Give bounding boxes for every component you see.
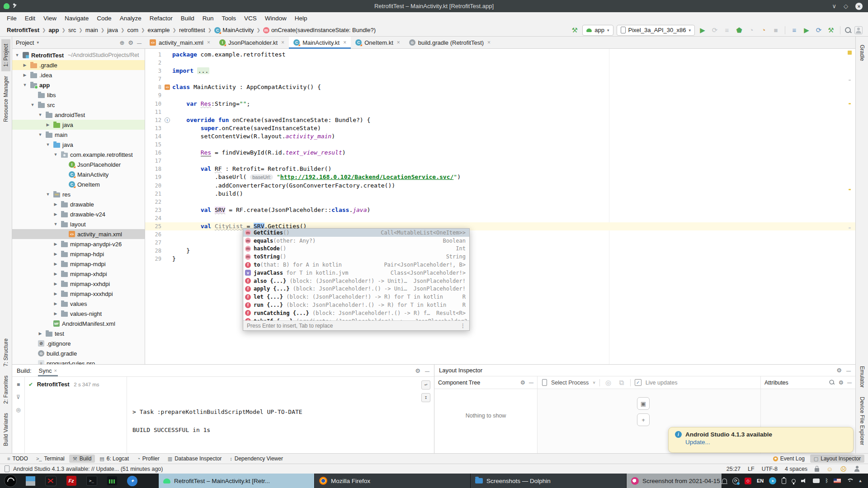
breadcrumb-item-com[interactable]: com: [126, 27, 140, 33]
breadcrumb-item-oncreate[interactable]: monCreate(savedInstanceState: Bundle?): [262, 27, 377, 33]
breadcrumb-item-retrofittest[interactable]: retrofittest: [178, 27, 207, 33]
stripe-button-2-favorites[interactable]: 2: Favorites: [1, 371, 10, 408]
error-stripe-mark[interactable]: [849, 227, 851, 229]
stripe-button-emulator[interactable]: Emulator: [858, 361, 867, 392]
tree-collapsed-arrow-icon[interactable]: ▶: [52, 202, 59, 206]
menu-item-view[interactable]: View: [39, 15, 61, 22]
code-line-3[interactable]: 3import ...: [145, 67, 855, 75]
code-line-9[interactable]: 9: [145, 91, 855, 99]
caret-position[interactable]: 25:27: [726, 466, 741, 472]
completion-item-let[interactable]: flet {...} (block: (JsonPlaceholder!) ->…: [243, 293, 469, 301]
wifi-icon[interactable]: [846, 479, 853, 483]
toolwindow-terminal[interactable]: >_Terminal: [33, 455, 68, 463]
avd-manager-icon[interactable]: [802, 26, 811, 35]
pin-icon[interactable]: ⊽: [16, 394, 20, 400]
hide-panel-icon[interactable]: [137, 39, 142, 46]
close-button[interactable]: ×: [855, 3, 863, 10]
completion-item-also[interactable]: falso {...} (block: (JsonPlaceholder!) -…: [243, 277, 469, 285]
update-link[interactable]: Update...: [685, 439, 847, 446]
tree-item-main[interactable]: ▼main: [12, 130, 145, 140]
tree-expanded-arrow-icon[interactable]: ▼: [52, 152, 59, 157]
menu-item-analyze[interactable]: Analyze: [116, 15, 146, 22]
tree-item-res[interactable]: ▼res: [12, 189, 145, 199]
update-notification[interactable]: i Android Studio 4.1.3 available Update.…: [668, 427, 854, 453]
tree-collapsed-arrow-icon[interactable]: ▶: [52, 212, 59, 216]
launcher-system-monitor-icon[interactable]: [102, 474, 122, 488]
select-process-dropdown[interactable]: Select Process: [551, 380, 589, 386]
override-gutter-icon[interactable]: [165, 117, 170, 123]
build-console[interactable]: ↩ ↧ > Task :prepareKotlinBuildScriptMode…: [127, 377, 434, 454]
stripe-button-1-project[interactable]: 1: Project: [1, 39, 10, 71]
hide-panel-icon[interactable]: [846, 367, 851, 374]
toolwindow-build[interactable]: ⚒Build: [69, 455, 95, 463]
gear-icon[interactable]: [839, 379, 844, 386]
telegram-icon[interactable]: ➤: [769, 477, 776, 484]
snapshot-icon[interactable]: ◎: [604, 378, 613, 387]
code-line-2[interactable]: 2: [145, 59, 855, 67]
toolwindow-todo[interactable]: ≡TODO: [4, 455, 32, 463]
stripe-button-build-variants[interactable]: Build Variants: [1, 408, 10, 450]
search-everywhere-icon[interactable]: [845, 27, 851, 33]
toolwindow-profiler[interactable]: ◔Profiler: [133, 455, 163, 463]
tree-item-mipmap-hdpi[interactable]: ▶mipmap-hdpi: [12, 249, 145, 259]
close-icon[interactable]: ×: [54, 368, 57, 373]
launcher-terminal-icon[interactable]: >_: [81, 474, 102, 488]
keyboard-layout-icon[interactable]: EN: [757, 478, 764, 483]
completion-item-getcities[interactable]: mGetCities()Call<MutableList<OneItem>>: [243, 229, 469, 237]
menu-item-refactor[interactable]: Refactor: [146, 15, 177, 22]
code-line-20[interactable]: 20 .addConverterFactory(GsonConverterFac…: [145, 182, 855, 190]
updates-icon[interactable]: ⟳: [732, 478, 739, 484]
tree-item-values[interactable]: ▶values: [12, 299, 145, 309]
tree-item-gradle[interactable]: ▶.gradle: [12, 60, 145, 70]
code-line-16[interactable]: 16 Res = findViewById(R.id.text_view_res…: [145, 149, 855, 157]
completion-item-apply[interactable]: fapply {...} (block: JsonPlaceholder!.()…: [243, 285, 469, 293]
minimize-button[interactable]: ∨: [832, 3, 836, 9]
tree-item-mipmap-xxxhdpi[interactable]: ▶mipmap-xxxhdpi: [12, 289, 145, 299]
task-button-mozilla-firefox[interactable]: Mozilla Firefox: [314, 474, 470, 488]
tree-collapsed-arrow-icon[interactable]: ▶: [52, 252, 59, 256]
profiler-disabled-icon[interactable]: [747, 26, 756, 35]
tree-item-layout[interactable]: ▼layout: [12, 219, 145, 229]
make-project-icon[interactable]: [570, 26, 579, 35]
task-button-screenshots-dolphi[interactable]: Screenshots — Dolphin: [470, 474, 626, 488]
sync-gradle-icon[interactable]: [814, 26, 823, 35]
build-result-tree[interactable]: ✔ RetrofitTest 2 s 347 ms: [25, 377, 127, 454]
debug-button[interactable]: [735, 26, 744, 35]
refresh-layout-icon[interactable]: ⧉: [617, 378, 626, 387]
status-message[interactable]: Android Studio 4.1.3 available: // Updat…: [13, 466, 163, 472]
stripe-button-device-file-explorer[interactable]: Device File Explorer: [858, 392, 867, 450]
related-xml-gutter-icon[interactable]: [165, 84, 170, 90]
completion-item-javaclass[interactable]: vjavaClass for T in kotlin.jvmClass<Json…: [243, 269, 469, 277]
bluetooth-icon[interactable]: ᛒ: [825, 478, 828, 484]
tree-item-androidmanifest-xml[interactable]: AndroidManifest.xml: [12, 319, 145, 328]
toolwindow-database-inspector[interactable]: ▥Database Inspector: [164, 455, 225, 463]
tab-mainactivity-kt[interactable]: MainActivity.kt×: [289, 37, 351, 48]
tree-item-com-example-retrofittest[interactable]: ▼com.example.retrofittest: [12, 150, 145, 160]
launcher-app-menu-icon[interactable]: [0, 474, 20, 488]
menu-item-run[interactable]: Run: [198, 15, 218, 22]
hide-panel-icon[interactable]: [847, 379, 852, 386]
device-dropdown[interactable]: Pixel_3a_API_30_x86 ▾: [617, 25, 695, 36]
tree-item-mipmap-xxhdpi[interactable]: ▶mipmap-xxhdpi: [12, 279, 145, 289]
code-line-23[interactable]: 23 val SRV = RF.create(JsonPlaceholder::…: [145, 206, 855, 214]
breadcrumb-item-main[interactable]: main: [84, 27, 99, 33]
code-line-12[interactable]: 12 override fun onCreate(savedInstanceSt…: [145, 116, 855, 124]
tree-item-mipmap-anydpi-v26[interactable]: ▶mipmap-anydpi-v26: [12, 239, 145, 249]
tree-expanded-arrow-icon[interactable]: ▼: [29, 103, 36, 107]
search-icon[interactable]: [829, 380, 834, 385]
tree-collapsed-arrow-icon[interactable]: ▶: [52, 262, 59, 266]
tab-oneitem-kt[interactable]: OneItem.kt×: [351, 37, 405, 48]
tree-collapsed-arrow-icon[interactable]: ▶: [52, 301, 59, 306]
tree-item-drawable[interactable]: ▶drawable: [12, 199, 145, 209]
toolwindow-layout-inspector[interactable]: ▢Layout Inspector: [810, 455, 864, 463]
tree-item-mainactivity[interactable]: MainActivity: [12, 169, 145, 179]
close-icon[interactable]: ×: [397, 39, 400, 46]
tree-item-activity-main-xml[interactable]: activity_main.xml: [12, 229, 145, 239]
tree-collapsed-arrow-icon[interactable]: ▶: [52, 291, 59, 296]
error-stripe-warning-icon[interactable]: [848, 51, 852, 55]
gear-icon[interactable]: [836, 367, 842, 374]
locate-file-icon[interactable]: [119, 39, 124, 46]
project-panel-title[interactable]: Project: [16, 39, 34, 46]
code-line-13[interactable]: 13 super.onCreate(savedInstanceState): [145, 124, 855, 132]
code-line-10[interactable]: 10 var Res:String="";: [145, 100, 855, 108]
